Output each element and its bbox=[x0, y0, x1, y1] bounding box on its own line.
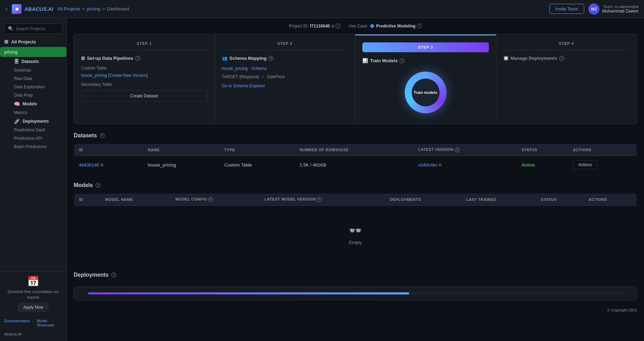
model-config-help-icon[interactable]: ? bbox=[208, 197, 213, 202]
sidebar-deployments-header[interactable]: 🚀 Deployments bbox=[10, 117, 66, 126]
datasets-label: Datasets bbox=[22, 59, 39, 64]
raw-data-label: Raw Data bbox=[14, 76, 32, 81]
deployments-help-icon[interactable]: ? bbox=[111, 273, 116, 277]
model-col-config: MODEL CONFIG ? bbox=[170, 194, 259, 206]
sidebar-bottom: 📅 Schedule free consultation our experts… bbox=[0, 271, 66, 316]
step2-header: STEP 2 bbox=[222, 41, 348, 50]
train-circle-container: Train models bbox=[362, 68, 489, 117]
step4-header: STEP 4 bbox=[503, 41, 630, 50]
dataset-version-link[interactable]: c040c4bc ⧉ bbox=[418, 162, 512, 168]
project-info-bar: Project ID: f71116640 ⧉ ? Use Case: 🔷 Pr… bbox=[74, 24, 637, 29]
logo-text: ABACUS.AI bbox=[24, 6, 53, 12]
topbar-right: Invite Team MZ Team: m.zaeemiqbal Muhamm… bbox=[549, 3, 638, 15]
create-new-version-link[interactable]: [Create New Version] bbox=[108, 73, 147, 78]
copyright-text: © Copyright 2021 bbox=[607, 308, 637, 312]
breadcrumb-all-projects[interactable]: All Projects bbox=[57, 6, 80, 11]
project-id-value: f71116640 bbox=[310, 24, 330, 29]
use-case-help-icon[interactable]: ? bbox=[417, 24, 422, 29]
data-prep-label: Data Prep bbox=[14, 93, 33, 98]
schema-link[interactable]: house_pricing - Schema bbox=[222, 66, 267, 71]
train-circle-text: Train models bbox=[414, 90, 437, 95]
dataset-actions-button[interactable]: Actions bbox=[573, 160, 597, 169]
house-pricing-link[interactable]: house_pricing bbox=[81, 73, 107, 78]
sidebar-item-predictions-dash[interactable]: Predictions Dash bbox=[10, 126, 66, 134]
data-exploration-label: Data Exploration bbox=[14, 84, 45, 89]
latest-version-help-icon[interactable]: ? bbox=[455, 147, 460, 152]
step1-help-icon[interactable]: ? bbox=[135, 56, 140, 61]
sidebar-item-data-exploration[interactable]: Data Exploration bbox=[10, 83, 66, 91]
sidebar-item-predictions-api[interactable]: Predictions API bbox=[10, 134, 66, 143]
models-icon: 🧠 bbox=[14, 101, 20, 107]
all-projects-label: All Projects bbox=[11, 39, 36, 44]
use-case-type-icon: 🔷 bbox=[370, 24, 375, 29]
sidebar-item-all-projects[interactable]: ⊞ All Projects bbox=[0, 36, 66, 47]
step3-title-text: Train Models bbox=[370, 58, 397, 63]
copy-version-icon[interactable]: ⧉ bbox=[439, 163, 442, 167]
breadcrumb-project[interactable]: pricing bbox=[87, 6, 100, 11]
sidebar-datasets-header[interactable]: 🗄 Datasets bbox=[10, 57, 66, 66]
step4-help-icon[interactable]: ? bbox=[559, 56, 564, 61]
breadcrumb-sep2: > bbox=[102, 6, 105, 11]
sidebar-models-header[interactable]: 🧠 Models bbox=[10, 99, 66, 108]
user-menu[interactable]: MZ Team: m.zaeemiqbal Muhammad Zaeem bbox=[588, 3, 638, 15]
step3-help-icon[interactable]: ? bbox=[400, 58, 404, 63]
sidebar: 🔍 ▼ ⊞ All Projects pricing 🗄 Datasets Sc… bbox=[0, 18, 67, 341]
models-empty-cell: 👓 Empty bbox=[74, 206, 637, 263]
datasets-section-title: Datasets ? bbox=[74, 132, 637, 139]
model-col-trained: LAST TRAINED bbox=[461, 194, 536, 206]
copy-project-id-icon[interactable]: ⧉ bbox=[331, 24, 334, 29]
models-help-icon[interactable]: ? bbox=[96, 183, 100, 188]
model-version-help-icon[interactable]: ? bbox=[317, 197, 322, 202]
step4-panel: STEP 4 🔲 Manage Deployments ? bbox=[496, 34, 637, 124]
sidebar-item-schemas[interactable]: Schemas bbox=[10, 66, 66, 74]
col-id: ID bbox=[74, 144, 143, 156]
step4-title-text: Manage Deployments bbox=[511, 56, 557, 61]
step1-title: ⊞ Set-up Data Pipelines ? bbox=[81, 56, 208, 61]
step2-help-icon[interactable]: ? bbox=[268, 56, 273, 61]
col-name: NAME bbox=[143, 144, 219, 156]
datasets-help-icon[interactable]: ? bbox=[100, 133, 105, 138]
model-showcase-link[interactable]: Model Showcase bbox=[37, 319, 62, 327]
step2-panel: STEP 2 👥 Schema Mapping ? house_pricing … bbox=[215, 34, 356, 124]
apply-now-button[interactable]: Apply Now bbox=[18, 303, 48, 312]
datasets-table: ID NAME TYPE NUMBER OF ROWS/SIZE LATEST … bbox=[74, 144, 637, 174]
sidebar-item-pricing[interactable]: pricing bbox=[0, 47, 66, 57]
use-case-value: Predictive Modeling bbox=[376, 24, 416, 29]
step3-header: STEP 3 bbox=[362, 42, 489, 52]
dataset-type: Custom Table bbox=[219, 156, 295, 174]
search-input[interactable] bbox=[16, 26, 68, 31]
train-models-button[interactable]: Train models bbox=[405, 72, 446, 113]
batch-predictions-label: Batch Predictions bbox=[14, 144, 46, 149]
layout: 🔍 ▼ ⊞ All Projects pricing 🗄 Datasets Sc… bbox=[0, 18, 644, 341]
target-value: SalePrice bbox=[267, 74, 284, 79]
documentation-link[interactable]: Documentation bbox=[4, 319, 30, 327]
project-id-info: Project ID: f71116640 ⧉ ? bbox=[289, 24, 340, 29]
logo-icon: ▩ bbox=[12, 4, 22, 14]
sidebar-item-metrics[interactable]: Metrics bbox=[10, 108, 66, 117]
model-col-id: ID bbox=[74, 194, 100, 206]
models-table: ID MODEL NAME MODEL CONFIG ? LATEST MODE… bbox=[74, 193, 637, 263]
models-section-title: Models ? bbox=[74, 182, 637, 188]
dataset-actions: Actions bbox=[568, 156, 637, 174]
main-content: Project ID: f71116640 ⧉ ? Use Case: 🔷 Pr… bbox=[67, 18, 644, 341]
invite-team-button[interactable]: Invite Team bbox=[549, 4, 584, 14]
dataset-id-link[interactable]: 4d436140 ⧉ bbox=[79, 162, 138, 168]
step3-title: 📊 Train Models ? bbox=[362, 58, 489, 63]
schema-explorer-link[interactable]: Go to Schema Explorer bbox=[222, 83, 348, 88]
deployments-label: Deployments bbox=[23, 119, 49, 124]
schema-target: TARGET (Required) ✓ SalePrice bbox=[222, 74, 348, 79]
project-id-help-icon[interactable]: ? bbox=[336, 24, 340, 29]
create-dataset-button[interactable]: Create Dataset bbox=[81, 90, 208, 102]
table-row: 4d436140 ⧉ house_pricing Custom Table 1.… bbox=[74, 156, 637, 174]
step1-panel: STEP 1 ⊞ Set-up Data Pipelines ? Custom … bbox=[74, 34, 215, 124]
search-projects[interactable]: 🔍 ▼ bbox=[4, 24, 62, 34]
sidebar-item-raw-data[interactable]: Raw Data bbox=[10, 74, 66, 83]
sidebar-item-data-prep[interactable]: Data Prep bbox=[10, 91, 66, 99]
step1-header: STEP 1 bbox=[81, 41, 208, 50]
back-button[interactable]: ‹ bbox=[6, 5, 8, 13]
sidebar-footer: Abacus.AI bbox=[0, 330, 66, 338]
dataset-status: Active bbox=[517, 156, 568, 174]
sidebar-item-batch-predictions[interactable]: Batch Predictions bbox=[10, 143, 66, 151]
user-name: Muhammad Zaeem bbox=[602, 9, 638, 14]
copy-id-icon[interactable]: ⧉ bbox=[100, 163, 103, 167]
